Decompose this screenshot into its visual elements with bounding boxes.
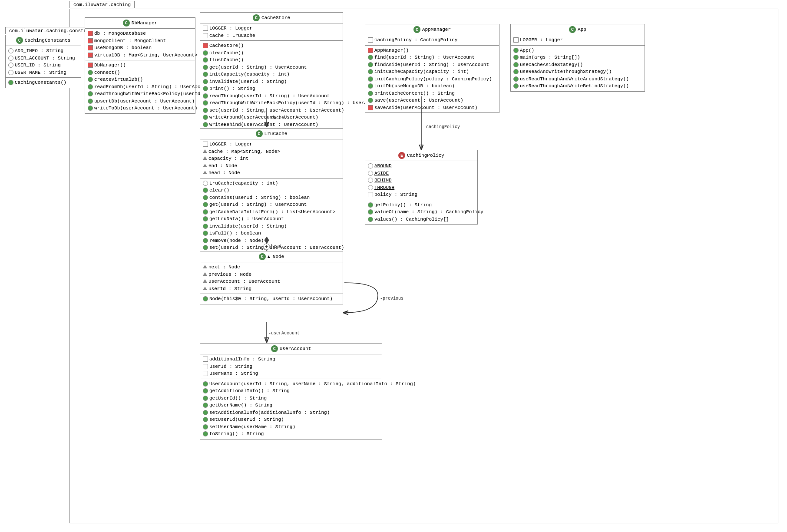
method-text: LruCache(capacity : int) (209, 180, 278, 187)
method-text: setUserId(userId : String) (209, 416, 284, 423)
visibility-icon (203, 364, 208, 369)
visibility-icon (368, 91, 373, 96)
visibility-icon (368, 62, 373, 67)
main-diagram-tab[interactable]: com.iluwatar.caching (69, 1, 135, 8)
method-item: writeToDb(userAccount : UserAccount) (88, 105, 192, 112)
visibility-icon (203, 410, 208, 415)
appmanager-class: C AppManager cachingPolicy : CachingPoli… (365, 24, 499, 113)
methods-section: getPolicy() : String valueOf(name : Stri… (365, 200, 477, 225)
field-item: ASIDE (368, 170, 475, 177)
tri-icon (203, 287, 207, 290)
field-item: head : Node (203, 169, 340, 177)
field-text: previous : Node (208, 271, 251, 278)
visibility-icon (203, 188, 208, 193)
cachingpolicy-class: E CachingPolicy AROUND ASIDE BEHIND THRO… (365, 150, 478, 225)
field-item: BEHIND (368, 177, 475, 184)
visibility-icon (368, 171, 373, 176)
fields-section: db : MongoDatabase mongoClient : MongoCl… (85, 29, 195, 60)
method-text: main(args : String[]) (520, 54, 580, 61)
visibility-icon (203, 238, 208, 243)
method-text: clear() (209, 187, 229, 194)
visibility-icon (368, 48, 373, 53)
visibility-icon (368, 192, 373, 197)
method-item: UserAccount(userId : String, userName : … (203, 380, 379, 388)
class-title: C UserAccount (200, 344, 382, 354)
tri-icon (203, 279, 207, 283)
field-item: USER_ACCOUNT : String (8, 55, 78, 62)
field-item: cachingPolicy : CachingPolicy (368, 36, 496, 44)
methods-section: CachingConstants() (6, 78, 81, 88)
cachestore-class: C CacheStore LOGGER : Logger cache : Lru… (200, 12, 343, 137)
abstract-marker: ▲ (268, 254, 270, 259)
method-text: invalidate(userId : String) (209, 223, 287, 230)
field-text: USER_NAME : String (15, 69, 66, 76)
method-text: get(userId : String) : UserAccount (209, 201, 307, 208)
field-text: USER_ID : String (15, 62, 61, 69)
visibility-icon (368, 209, 373, 215)
visibility-icon (368, 69, 373, 74)
method-item: useReadThroughAndWriteAroundStrategy() (513, 76, 642, 83)
field-text: userId : String (209, 363, 252, 370)
class-title: E CachingPolicy (365, 150, 477, 161)
class-icon: C (16, 37, 23, 44)
method-item: DbManager() (88, 62, 192, 69)
class-icon: C (256, 130, 263, 137)
field-text: USER_ACCOUNT : String (15, 55, 75, 62)
method-item: saveAside(userAccount : UserAccount) (368, 104, 496, 112)
class-title: C DbManager (85, 18, 195, 29)
methods-section: AppManager() find(userId : String) : Use… (365, 46, 499, 113)
visibility-icon (513, 69, 519, 74)
method-item: getPolicy() : String (368, 202, 475, 209)
fields-section: AROUND ASIDE BEHIND THROUGH policy : Str… (365, 161, 477, 200)
field-text: useMongoDB : boolean (94, 44, 152, 52)
method-text: clearCache() (209, 50, 244, 57)
class-name: App (578, 27, 586, 32)
method-text: DbManager() (94, 62, 126, 69)
field-text: userId : String (208, 285, 251, 293)
method-text: getCacheDataInListForm() : List<UserAcco… (209, 208, 335, 216)
class-name: CachingConstants (25, 38, 71, 43)
method-item: readThrough(userId : String) : UserAccou… (203, 93, 340, 100)
visibility-icon (513, 55, 519, 60)
field-item: THROUGH (368, 184, 475, 192)
method-text: writeBehind(userAccount : UserAccount) (209, 121, 318, 129)
visibility-icon (368, 55, 373, 60)
method-text: writeToDb(userAccount : UserAccount) (94, 105, 198, 112)
method-item: findAside(userId : String) : UserAccount (368, 61, 496, 69)
method-item: getLruData() : UserAccount (203, 215, 340, 223)
caching-constants-class: C CachingConstants ADD_INFO : String USE… (5, 35, 81, 88)
visibility-icon (203, 72, 208, 77)
method-text: valueOf(name : String) : CachingPolicy (374, 208, 483, 216)
visibility-icon (368, 185, 373, 190)
method-text: contains(userId : String) : boolean (209, 194, 310, 202)
lrucache-class: C LruCache LOGGER : Logger cache : Map<S… (200, 128, 343, 268)
method-item: getUserId() : String (203, 395, 379, 402)
method-item: toString() : String (203, 430, 379, 438)
visibility-icon (203, 50, 208, 56)
visibility-icon (88, 77, 93, 82)
method-item: flushCache() (203, 56, 340, 64)
field-item: additionalInfo : String (203, 356, 379, 363)
field-text: BEHIND (374, 177, 392, 184)
visibility-icon (88, 63, 93, 68)
visibility-icon (203, 417, 208, 422)
method-item: getUserName() : String (203, 402, 379, 409)
visibility-icon (203, 381, 208, 387)
visibility-icon (203, 142, 208, 147)
method-text: set(userId : String, userAccount : UserA… (209, 107, 344, 114)
tri-icon (203, 171, 207, 174)
visibility-icon (203, 388, 208, 393)
method-text: save(userAccount : UserAccount) (374, 97, 463, 104)
visibility-icon (513, 62, 519, 67)
field-text: virtualDB : Map<String, UserAccount> (94, 52, 198, 59)
method-text: AppManager() (374, 47, 409, 54)
visibility-icon (203, 357, 208, 362)
visibility-icon (368, 217, 373, 222)
class-title: C App (511, 24, 645, 35)
visibility-icon (88, 106, 93, 111)
fields-section: next : Node previous : Node userAccount … (200, 262, 343, 294)
method-item: save(userAccount : UserAccount) (368, 97, 496, 104)
method-item: getAdditionalInfo() : String (203, 387, 379, 395)
field-text: db : MongoDatabase (94, 30, 146, 37)
field-text: policy : String (374, 191, 417, 198)
